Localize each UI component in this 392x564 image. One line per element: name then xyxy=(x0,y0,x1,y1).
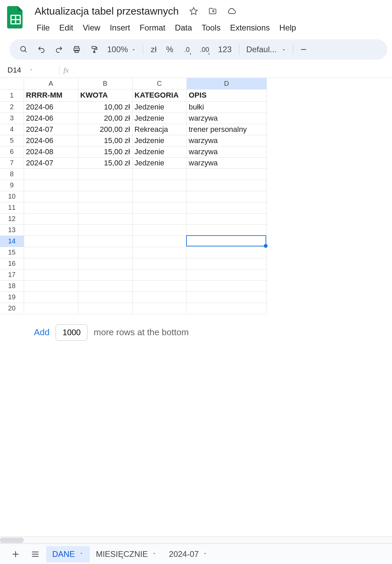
row-header-16[interactable]: 16 xyxy=(0,258,24,269)
cell-D11[interactable] xyxy=(187,202,267,213)
menu-edit[interactable]: Edit xyxy=(55,21,77,35)
cell-D20[interactable] xyxy=(187,303,267,314)
row-header-18[interactable]: 18 xyxy=(0,280,24,291)
sheet-tab[interactable]: 2024-07 xyxy=(163,546,214,562)
cell-A19[interactable] xyxy=(24,291,78,303)
row-header-20[interactable]: 20 xyxy=(0,303,24,314)
cell-A20[interactable] xyxy=(24,303,78,314)
cell-C8[interactable] xyxy=(132,168,187,180)
menu-insert[interactable]: Insert xyxy=(106,21,134,35)
chevron-down-icon[interactable] xyxy=(152,551,157,557)
font-select[interactable]: Defaul... xyxy=(243,45,289,54)
row-header-19[interactable]: 19 xyxy=(0,291,24,303)
scrollbar-thumb[interactable] xyxy=(0,538,24,543)
format-percent-button[interactable]: % xyxy=(163,45,177,54)
cell-C2[interactable]: Jedzenie xyxy=(132,101,187,113)
cell-A17[interactable] xyxy=(24,269,78,280)
print-icon[interactable] xyxy=(69,42,84,57)
cell-D4[interactable]: trener personalny xyxy=(187,124,267,135)
cell-A15[interactable] xyxy=(24,247,78,258)
cell-A18[interactable] xyxy=(24,280,78,291)
decrease-decimal-icon[interactable]: .0 xyxy=(179,42,194,57)
cell-D3[interactable]: warzywa xyxy=(187,113,267,124)
cell-C20[interactable] xyxy=(132,303,187,314)
row-header-5[interactable]: 5 xyxy=(0,135,24,146)
row-header-10[interactable]: 10 xyxy=(0,191,24,202)
cell-D17[interactable] xyxy=(187,269,267,280)
row-header-8[interactable]: 8 xyxy=(0,168,24,180)
cell-D9[interactable] xyxy=(187,180,267,191)
cell-B14[interactable] xyxy=(78,236,132,247)
add-rows-button[interactable]: Add xyxy=(34,327,50,338)
menu-data[interactable]: Data xyxy=(171,21,196,35)
row-header-3[interactable]: 3 xyxy=(0,113,24,124)
cell-A2[interactable]: 2024-06 xyxy=(24,101,78,113)
cell-A12[interactable] xyxy=(24,213,78,224)
cell-B16[interactable] xyxy=(78,258,132,269)
menu-file[interactable]: File xyxy=(33,21,54,35)
cell-B18[interactable] xyxy=(78,280,132,291)
cell-D2[interactable]: bułki xyxy=(187,101,267,113)
cell-B5[interactable]: 15,00 zł xyxy=(78,135,132,146)
formula-input[interactable] xyxy=(69,65,391,75)
menu-extensions[interactable]: Extensions xyxy=(226,21,274,35)
cell-C17[interactable] xyxy=(132,269,187,280)
row-header-12[interactable]: 12 xyxy=(0,213,24,224)
cell-C10[interactable] xyxy=(132,191,187,202)
cell-C3[interactable]: Jedzenie xyxy=(132,113,187,124)
add-sheet-button[interactable] xyxy=(7,545,24,563)
cell-C7[interactable]: Jedzenie xyxy=(132,157,187,168)
cell-B8[interactable] xyxy=(78,168,132,180)
row-header-17[interactable]: 17 xyxy=(0,269,24,280)
row-header-13[interactable]: 13 xyxy=(0,224,24,236)
cell-A5[interactable]: 2024-06 xyxy=(24,135,78,146)
row-header-6[interactable]: 6 xyxy=(0,146,24,157)
row-header-7[interactable]: 7 xyxy=(0,157,24,168)
document-title[interactable]: Aktualizacja tabel przestawnych xyxy=(33,4,181,18)
cell-C1[interactable]: KATEGORIA xyxy=(132,89,187,101)
format-number-button[interactable]: 123 xyxy=(215,45,235,54)
cell-D13[interactable] xyxy=(187,224,267,236)
row-header-4[interactable]: 4 xyxy=(0,124,24,135)
all-sheets-button[interactable] xyxy=(26,545,44,563)
cell-D5[interactable]: warzywa xyxy=(187,135,267,146)
cell-D7[interactable]: warzywa xyxy=(187,157,267,168)
cell-C12[interactable] xyxy=(132,213,187,224)
sheet-tab[interactable]: MIESIĘCZNIE xyxy=(90,546,163,562)
cell-A14[interactable] xyxy=(24,236,78,247)
cell-B4[interactable]: 200,00 zł xyxy=(78,124,132,135)
cell-D19[interactable] xyxy=(187,291,267,303)
column-header-C[interactable]: C xyxy=(132,78,187,89)
increase-decimal-icon[interactable]: .00 xyxy=(197,42,212,57)
cell-A13[interactable] xyxy=(24,224,78,236)
menu-help[interactable]: Help xyxy=(275,21,300,35)
cell-C5[interactable]: Jedzenie xyxy=(132,135,187,146)
cell-D14[interactable] xyxy=(187,236,267,247)
column-header-B[interactable]: B xyxy=(78,78,132,89)
cell-B11[interactable] xyxy=(78,202,132,213)
format-currency-button[interactable]: zł xyxy=(147,45,160,54)
redo-icon[interactable] xyxy=(52,42,66,57)
cell-C6[interactable]: Jedzenie xyxy=(132,146,187,157)
star-icon[interactable] xyxy=(188,5,200,17)
cell-B1[interactable]: KWOTA xyxy=(78,89,132,101)
cell-A16[interactable] xyxy=(24,258,78,269)
cell-A4[interactable]: 2024-07 xyxy=(24,124,78,135)
cell-B2[interactable]: 10,00 zł xyxy=(78,101,132,113)
cell-D15[interactable] xyxy=(187,247,267,258)
menu-tools[interactable]: Tools xyxy=(197,21,224,35)
cell-C11[interactable] xyxy=(132,202,187,213)
cell-B6[interactable]: 15,00 zł xyxy=(78,146,132,157)
move-to-folder-icon[interactable] xyxy=(207,5,219,17)
cell-B15[interactable] xyxy=(78,247,132,258)
cell-A8[interactable] xyxy=(24,168,78,180)
cell-B3[interactable]: 20,00 zł xyxy=(78,113,132,124)
cell-C9[interactable] xyxy=(132,180,187,191)
search-icon[interactable] xyxy=(16,42,31,57)
cell-D12[interactable] xyxy=(187,213,267,224)
select-all-corner[interactable] xyxy=(0,78,24,89)
cell-C16[interactable] xyxy=(132,258,187,269)
cell-D6[interactable]: warzywa xyxy=(187,146,267,157)
cell-A7[interactable]: 2024-07 xyxy=(24,157,78,168)
cell-A11[interactable] xyxy=(24,202,78,213)
